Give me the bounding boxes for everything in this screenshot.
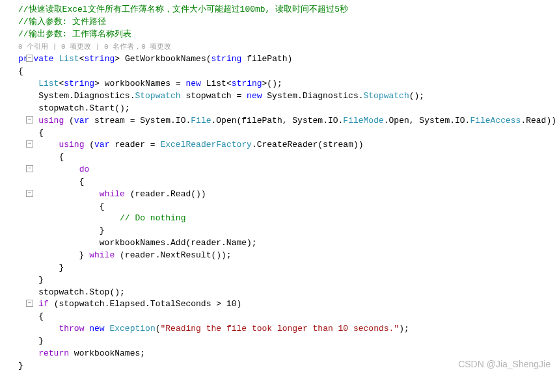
code-line: using (var stream = System.IO.File.Open(… (18, 115, 557, 127)
text: } (18, 250, 89, 260)
text: .CreateReader(stream)) (252, 140, 364, 150)
text: .Open(filePath, System.IO. (211, 116, 344, 125)
text: >(); (262, 79, 282, 88)
code-line: using (var reader = ExcelReaderFactory.C… (18, 139, 557, 151)
keyword: string (84, 54, 115, 64)
code-line: } while (reader.NextResult()); (18, 250, 557, 262)
comment: // Do nothing (18, 213, 185, 223)
code-line: } (18, 262, 557, 274)
text: System.Diagnostics. (18, 91, 135, 101)
keyword: new (186, 79, 201, 88)
keyword: new (247, 91, 262, 101)
watermark: CSDN @Jia_ShengJie (458, 358, 550, 371)
text: (reader.NextResult()); (115, 250, 231, 260)
text: (reader.Read()) (125, 189, 206, 199)
brace: } (18, 275, 44, 285)
code-line: workbookNames.Add(reader.Name); (18, 237, 557, 250)
method-name: GetWorkbookNames( (120, 54, 211, 64)
text: stopwatch.Start(); (18, 103, 130, 113)
type: FileAccess (470, 116, 521, 125)
code-line: throw new Exception("Reading the file to… (18, 323, 557, 335)
code-line: if (stopwatch.Elapsed.TotalSeconds > 10) (18, 298, 557, 311)
code-line: while (reader.Read()) (18, 189, 557, 201)
code-line: System.Diagnostics.Stopwatch stopwatch =… (18, 90, 557, 103)
code-line: stopwatch.Stop(); (18, 287, 557, 299)
text: workbookNames.Add(reader.Name); (18, 238, 257, 248)
code-line: //快速读取Excel文件所有工作薄名称，文件大小可能超过100mb, 读取时间… (18, 4, 557, 16)
text: ( (64, 116, 74, 125)
text: reader = (109, 140, 160, 150)
keyword: string (211, 54, 242, 64)
type: Exception (109, 324, 155, 333)
collapse-icon[interactable] (26, 116, 33, 124)
brace: } (18, 336, 44, 346)
keyword: while (89, 250, 115, 260)
text: stopwatch = (181, 91, 247, 101)
code-line: //输出参数: 工作薄名称列表 (18, 29, 557, 41)
brace: { (18, 66, 23, 76)
collapse-icon[interactable] (26, 140, 33, 148)
collapse-icon[interactable] (26, 190, 33, 197)
collapse-icon[interactable] (26, 55, 33, 62)
brace: { (18, 202, 105, 211)
comment: //输出参数: 工作薄名称列表 (18, 29, 131, 39)
type: List (38, 79, 59, 88)
collapse-icon[interactable] (26, 165, 33, 172)
brace: } (18, 263, 64, 272)
collapse-icon[interactable] (26, 300, 33, 307)
keyword: if (38, 299, 49, 309)
code-line: } (18, 335, 557, 348)
code-line: } (18, 274, 557, 287)
code-line: { (18, 201, 557, 213)
text: > workbookNames = (94, 79, 185, 88)
comment: //快速读取Excel文件所有工作薄名称，文件大小可能超过100mb, 读取时间… (18, 5, 348, 14)
param: filePath) (241, 54, 292, 64)
type: ExcelReaderFactory (160, 140, 251, 150)
text: ; (404, 324, 409, 333)
keyword: var (94, 140, 109, 150)
keyword: new (89, 324, 104, 333)
code-line: List<string> workbookNames = new List<st… (18, 78, 557, 90)
type: Stopwatch (135, 91, 180, 101)
code-line: // Do nothing (18, 213, 557, 225)
text: System.Diagnostics. (262, 91, 363, 101)
code-line: { (18, 311, 557, 323)
text: (stopwatch.Elapsed.TotalSeconds > 10) (49, 299, 241, 309)
keyword: do (79, 164, 90, 174)
text: .Open, System.IO. (384, 116, 470, 125)
keyword: using (59, 140, 84, 150)
type: List (59, 54, 79, 64)
code-line: private List<string> GetWorkbookNames(st… (18, 53, 557, 66)
keyword: throw (59, 324, 84, 333)
text: (); (409, 91, 424, 101)
keyword: string (232, 79, 262, 88)
code-line: do (18, 164, 557, 176)
keyword: private (18, 54, 54, 64)
brace: { (18, 177, 84, 187)
text: stopwatch.Stop(); (18, 287, 125, 297)
code-line: { (18, 176, 557, 189)
text: workbookNames; (69, 348, 145, 358)
text: List (201, 79, 226, 88)
text: ( (84, 140, 94, 150)
keyword: var (74, 116, 89, 125)
comment: //输入参数: 文件路径 (18, 17, 106, 27)
brace: { (18, 152, 64, 162)
brace: } (18, 361, 23, 371)
keyword: while (100, 189, 125, 199)
codelens[interactable]: 0 个引用 | 0 项更改 | 0 名作者，0 项更改 (18, 41, 557, 54)
code-line: { (18, 127, 557, 140)
type: FileMode (343, 116, 383, 125)
text: stream = System.IO. (89, 116, 191, 125)
brace: { (18, 311, 44, 321)
string: "Reading the file took longer than 10 se… (161, 324, 400, 333)
brace: { (18, 128, 44, 138)
code-line: //输入参数: 文件路径 (18, 16, 557, 29)
code-line: } (18, 225, 557, 237)
code-line: stopwatch.Start(); (18, 103, 557, 115)
brace: } (18, 226, 105, 235)
keyword: string (64, 79, 94, 88)
keyword: return (38, 348, 69, 358)
text: .Read)) (521, 116, 556, 125)
type: File (191, 116, 211, 125)
